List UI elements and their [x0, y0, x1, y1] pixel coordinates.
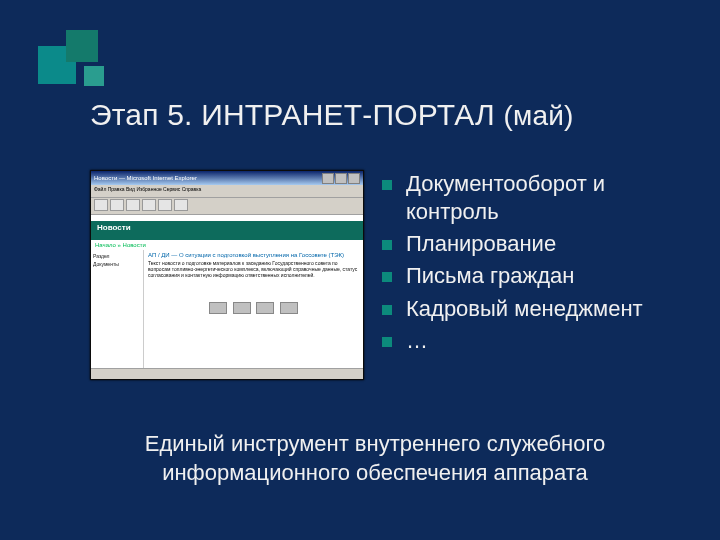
bullet-list: Документооборот и контроль Планирование … — [382, 170, 660, 380]
list-item: Планирование — [382, 230, 660, 258]
slide: Этап 5. ИНТРАНЕТ-ПОРТАЛ (май) Новости — … — [0, 0, 720, 540]
maximize-icon — [335, 173, 347, 184]
toolbar-button-icon — [174, 199, 188, 211]
article: АП / ДИ — О ситуации с подготовкой высту… — [144, 250, 363, 368]
title-month: (май) — [504, 100, 574, 131]
bullet-text: Планирование — [406, 231, 556, 256]
pager-button-icon — [209, 302, 227, 314]
list-item: … — [382, 327, 660, 355]
pager-button-icon — [256, 302, 274, 314]
embedded-screenshot: Новости — Microsoft Internet Explorer Фа… — [90, 170, 364, 380]
pager-button-icon — [280, 302, 298, 314]
sidebar-item: Документы — [93, 260, 141, 268]
sidebar: Раздел Документы — [91, 250, 144, 368]
window-system-buttons — [322, 173, 360, 184]
section-header: Новости — [91, 221, 363, 240]
breadcrumb: Начало » Новости — [91, 240, 363, 250]
window-title: Новости — Microsoft Internet Explorer — [94, 175, 322, 181]
toolbar-button-icon — [94, 199, 108, 211]
close-icon — [348, 173, 360, 184]
status-bar — [91, 368, 363, 379]
title-text: Этап 5. ИНТРАНЕТ-ПОРТАЛ — [90, 98, 504, 131]
menubar: Файл Правка Вид Избранное Сервис Справка — [91, 185, 363, 198]
bullet-text: … — [406, 328, 428, 353]
bullet-text: Документооборот и контроль — [406, 171, 605, 224]
window-titlebar: Новости — Microsoft Internet Explorer — [91, 171, 363, 185]
toolbar-button-icon — [126, 199, 140, 211]
pager-button-icon — [233, 302, 251, 314]
footer-text: Единый инструмент внутреннего служебного… — [90, 430, 660, 487]
list-item: Кадровый менеджмент — [382, 295, 660, 323]
corner-decoration — [38, 26, 108, 96]
decor-square-icon — [66, 30, 98, 62]
sidebar-item: Раздел — [93, 252, 141, 260]
toolbar-button-icon — [110, 199, 124, 211]
list-item: Письма граждан — [382, 262, 660, 290]
bullet-text: Письма граждан — [406, 263, 574, 288]
decor-square-icon — [84, 66, 104, 86]
toolbar-button-icon — [158, 199, 172, 211]
slide-title: Этап 5. ИНТРАНЕТ-ПОРТАЛ (май) — [90, 98, 574, 132]
toolbar-button-icon — [142, 199, 156, 211]
pager — [148, 302, 359, 315]
bullet-text: Кадровый менеджмент — [406, 296, 643, 321]
page-body: Новости Начало » Новости Раздел Документ… — [91, 221, 363, 369]
list-item: Документооборот и контроль — [382, 170, 660, 226]
toolbar — [91, 198, 363, 215]
minimize-icon — [322, 173, 334, 184]
content-row: Новости — Microsoft Internet Explorer Фа… — [90, 170, 660, 380]
article-body: Текст новости о подготовке материалов к … — [148, 260, 359, 296]
article-title: АП / ДИ — О ситуации с подготовкой высту… — [148, 252, 359, 258]
